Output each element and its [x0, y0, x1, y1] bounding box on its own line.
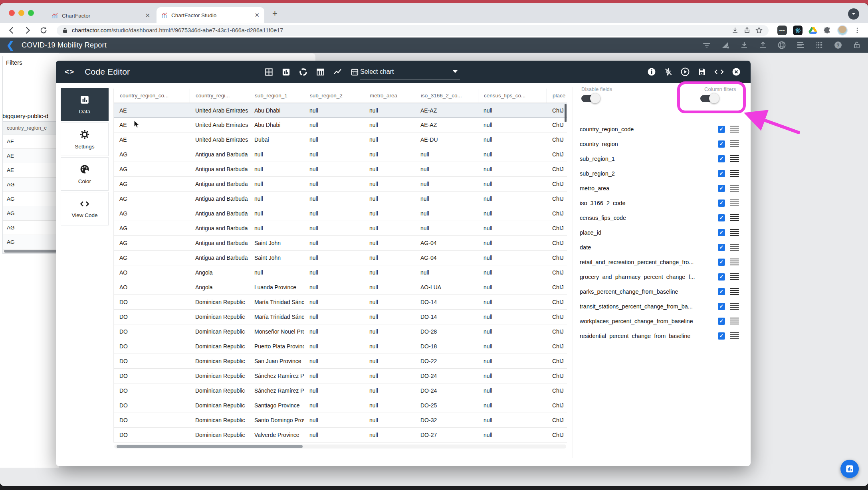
drag-handle-icon[interactable]	[730, 288, 739, 295]
field-checkbox[interactable]: ✓	[718, 155, 725, 162]
drag-handle-icon[interactable]	[730, 259, 739, 266]
table-row[interactable]: AG Antigua and Barbuda null null null nu…	[114, 192, 567, 206]
drag-handle-icon[interactable]	[730, 273, 739, 281]
left-table-row[interactable]: AG	[3, 192, 59, 206]
drive-extension-icon[interactable]	[809, 26, 817, 34]
drag-handle-icon[interactable]	[730, 170, 739, 177]
url-bar[interactable]: chartfactor.com/studio/dashboard.html#/9…	[57, 25, 769, 36]
field-row[interactable]: iso_3166_2_code ✓	[580, 196, 749, 210]
table-row[interactable]: AG Antigua and Barbuda null null null nu…	[114, 177, 567, 192]
download-page-icon[interactable]	[731, 26, 739, 34]
extensions-puzzle-icon[interactable]	[823, 26, 831, 34]
table-row[interactable]: AG Antigua and Barbuda null null null nu…	[114, 206, 567, 221]
more-dots-extension-icon[interactable]: •••	[777, 26, 787, 35]
field-checkbox[interactable]: ✓	[718, 259, 725, 266]
drag-handle-icon[interactable]	[730, 303, 739, 310]
field-row[interactable]: date ✓	[580, 240, 749, 255]
drag-handle-icon[interactable]	[730, 229, 739, 236]
table-row[interactable]: DO Dominican Republic Monseñor Nouel Pro…	[114, 324, 567, 339]
field-row[interactable]: country_region ✓	[580, 136, 749, 151]
info-icon[interactable]	[647, 67, 656, 77]
forward-icon[interactable]	[23, 26, 32, 35]
donut-chart-icon[interactable]	[299, 67, 308, 77]
field-row[interactable]: place_id ✓	[580, 225, 749, 240]
table-horizontal-scrollbar[interactable]	[114, 445, 566, 449]
left-table-row[interactable]: AG	[3, 221, 59, 235]
minimize-window-icon[interactable]	[18, 10, 24, 16]
field-checkbox[interactable]: ✓	[718, 288, 725, 295]
sidebar-item-data[interactable]: Data	[61, 88, 109, 121]
lock-icon[interactable]	[62, 27, 68, 34]
field-checkbox[interactable]: ✓	[718, 214, 725, 221]
lock-icon[interactable]	[852, 40, 862, 50]
left-table-row[interactable]: AE	[3, 134, 59, 149]
chartfactor-fab[interactable]	[840, 460, 859, 478]
table-row[interactable]: AG Antigua and Barbuda null null null nu…	[114, 147, 567, 162]
left-table-row[interactable]: AG	[3, 206, 59, 221]
drag-handle-icon[interactable]	[730, 140, 739, 148]
table-row[interactable]: AE United Arab Emirates Dubai null null …	[114, 132, 567, 147]
close-window-icon[interactable]	[9, 10, 15, 16]
react-devtools-extension-icon[interactable]	[793, 26, 803, 35]
column-header[interactable]: country_regi...	[190, 89, 249, 103]
filter-icon[interactable]	[702, 40, 711, 50]
profile-avatar[interactable]	[837, 25, 848, 36]
tab-chartfactor[interactable]: ChartFactor ✕	[47, 8, 155, 23]
table-row[interactable]: DO Dominican Republic Puerto Plata Provi…	[114, 339, 567, 354]
disable-fields-toggle[interactable]	[581, 95, 599, 102]
help-icon[interactable]: ?	[833, 40, 843, 50]
table-row[interactable]: DO Dominican Republic Santiago Province …	[114, 398, 567, 413]
reload-icon[interactable]	[39, 26, 48, 35]
macos-traffic-lights[interactable]	[9, 10, 34, 16]
table-row[interactable]: DO Dominican Republic María Trinidad Sán…	[114, 310, 567, 324]
back-icon[interactable]	[7, 26, 16, 35]
field-row[interactable]: sub_region_1 ✓	[580, 151, 749, 166]
table-row[interactable]: DO Dominican Republic Santo Domingo Prov…	[114, 413, 567, 428]
field-row[interactable]: transit_stations_percent_change_from_ba.…	[580, 299, 749, 314]
new-tab-button[interactable]: +	[272, 8, 277, 19]
field-checkbox[interactable]: ✓	[718, 170, 725, 177]
table-row[interactable]: DO Dominican Republic San Juan Province …	[114, 354, 567, 369]
table-row[interactable]: DO Dominican Republic Valverde Province …	[114, 428, 567, 443]
share-icon[interactable]	[743, 26, 751, 34]
field-checkbox[interactable]: ✓	[718, 126, 725, 133]
tab-close-icon[interactable]: ✕	[145, 12, 150, 19]
close-icon[interactable]	[731, 67, 741, 77]
table-row[interactable]: AG Antigua and Barbuda null null null nu…	[114, 162, 567, 177]
browser-menu-kebab-icon[interactable]	[854, 27, 861, 34]
sidebar-item-settings[interactable]: Settings	[61, 122, 109, 156]
sidebar-item-color[interactable]: Color	[61, 157, 109, 191]
chart-settings-icon[interactable]	[721, 40, 730, 50]
table-row[interactable]: AG Antigua and Barbuda Saint John null n…	[114, 236, 567, 251]
field-checkbox[interactable]: ✓	[718, 332, 725, 340]
table-vertical-scrollbar[interactable]	[565, 104, 567, 122]
field-checkbox[interactable]: ✓	[718, 140, 725, 148]
field-row[interactable]: census_fips_code ✓	[580, 210, 749, 225]
field-checkbox[interactable]: ✓	[718, 185, 725, 192]
field-row[interactable]: sub_region_2 ✓	[580, 166, 749, 181]
drag-handle-icon[interactable]	[730, 126, 739, 133]
field-checkbox[interactable]: ✓	[718, 318, 725, 325]
drag-handle-icon[interactable]	[730, 200, 739, 207]
column-header[interactable]: sub_region_1	[249, 89, 304, 103]
bar-chart-icon[interactable]	[281, 67, 291, 77]
view-code-icon[interactable]	[714, 67, 724, 77]
grid-chart-icon[interactable]	[264, 67, 273, 77]
field-row[interactable]: parks_percent_change_from_baseline ✓	[580, 284, 749, 299]
table-row[interactable]: AG Antigua and Barbuda Saint John null n…	[114, 251, 567, 265]
drag-handle-icon[interactable]	[730, 214, 739, 221]
run-icon[interactable]	[680, 67, 690, 77]
sidebar-item-view-code[interactable]: View Code	[61, 192, 109, 225]
field-checkbox[interactable]: ✓	[718, 273, 725, 281]
tab-chartfactor-studio[interactable]: ChartFactor Studio ✕	[157, 7, 264, 23]
line-chart-icon[interactable]	[333, 67, 342, 77]
table-row[interactable]: AE United Arab Emirates Abu Dhabi null n…	[114, 118, 567, 132]
column-header[interactable]: census_fips_co...	[478, 89, 547, 103]
field-row[interactable]: grocery_and_pharmacy_percent_change_f...…	[580, 269, 749, 284]
upload-icon[interactable]	[758, 40, 768, 50]
drag-handle-icon[interactable]	[730, 244, 739, 251]
left-table-row[interactable]: AE	[3, 149, 59, 163]
column-header[interactable]: sub_region_2	[304, 89, 364, 103]
left-table-row[interactable]: AE	[3, 163, 59, 178]
field-checkbox[interactable]: ✓	[718, 244, 725, 251]
